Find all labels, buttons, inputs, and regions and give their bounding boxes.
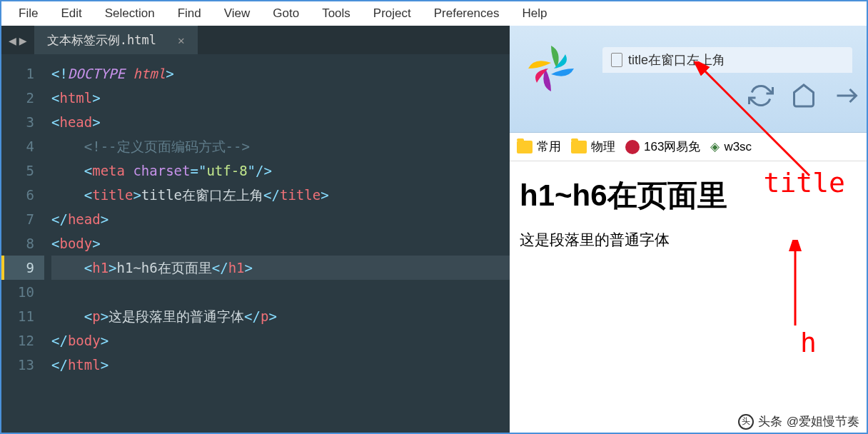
bookmark-physics[interactable]: 物理 — [571, 138, 615, 155]
menu-file[interactable]: File — [7, 6, 49, 21]
nav-forward-icon[interactable]: ▶ — [19, 33, 27, 48]
code-editor: ◀ ▶ 文本标签示例.html ✕ 123 456 78 9 10111213 … — [1, 26, 510, 433]
nav-back-icon[interactable]: ◀ — [9, 33, 16, 48]
menu-goto[interactable]: Goto — [261, 6, 311, 21]
menu-selection[interactable]: Selection — [94, 6, 166, 21]
file-icon — [611, 53, 622, 67]
annotation-title-label: title — [764, 167, 845, 198]
tab-filename: 文本标签示例.html — [47, 32, 156, 49]
browser-preview: title在窗口左上角 常用 物理 163网易免 ◈w3sc h1~h6在页面里… — [510, 26, 867, 433]
folder-icon — [571, 141, 587, 153]
editor-tab-bar: ◀ ▶ 文本标签示例.html ✕ — [1, 26, 510, 54]
svg-line-0 — [702, 69, 809, 176]
folder-icon — [517, 141, 533, 153]
menu-view[interactable]: View — [213, 6, 262, 21]
toutiao-icon: 头 — [738, 414, 754, 430]
browser-logo-icon — [523, 40, 580, 97]
menu-tools[interactable]: Tools — [311, 6, 362, 21]
annotation-arrow-h — [774, 240, 817, 333]
code-content[interactable]: <!DOCTYPE html> <html> <head> <!--定义页面编码… — [44, 54, 510, 377]
editor-tab[interactable]: 文本标签示例.html ✕ — [34, 26, 198, 54]
netease-icon — [625, 140, 640, 154]
menu-help[interactable]: Help — [510, 6, 558, 21]
menu-preferences[interactable]: Preferences — [423, 6, 511, 21]
annotation-arrow-title — [688, 61, 831, 183]
close-icon[interactable]: ✕ — [178, 34, 185, 47]
menu-project[interactable]: Project — [362, 6, 423, 21]
annotation-h-label: h — [800, 327, 817, 358]
line-gutter: 123 456 78 9 10111213 — [1, 54, 44, 377]
menu-edit[interactable]: Edit — [49, 6, 93, 21]
menu-find[interactable]: Find — [166, 6, 213, 21]
bookmark-common[interactable]: 常用 — [517, 138, 561, 155]
forward-icon[interactable] — [834, 83, 859, 108]
watermark: 头 头条 @爱姐慢节奏 — [738, 413, 859, 430]
menu-bar: File Edit Selection Find View Goto Tools… — [1, 1, 867, 26]
